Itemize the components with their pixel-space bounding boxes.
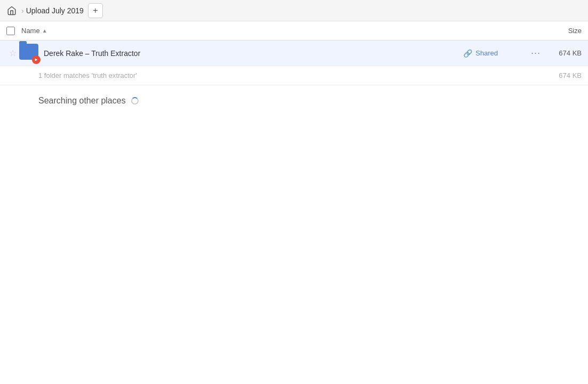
column-header: Name ▲ Size [0,21,588,41]
breadcrumb-separator: › [21,6,24,15]
star-area[interactable]: ☆ [6,48,19,58]
home-button[interactable] [4,3,19,18]
folder-icon-wrap [19,44,38,63]
file-name: Derek Rake – Truth Extractor [44,49,463,58]
matches-size: 674 KB [559,71,582,79]
folder-badge [32,55,41,64]
select-all-checkbox-area[interactable] [6,27,21,35]
file-row[interactable]: ☆ Derek Rake – Truth Extractor 🔗 Shared … [0,41,588,66]
matches-text: 1 folder matches 'truth extractor' [38,71,137,79]
searching-row: Searching other places [0,85,588,116]
more-menu-button[interactable]: ··· [527,47,544,59]
add-button[interactable]: + [88,3,103,18]
breadcrumb-title: Upload July 2019 [26,6,84,15]
matches-row: 1 folder matches 'truth extractor' 674 K… [0,66,588,85]
top-bar: › Upload July 2019 + [0,0,588,21]
select-all-checkbox[interactable] [6,27,15,35]
size-column-header: Size [539,27,582,35]
sort-arrow-icon: ▲ [42,28,47,34]
shared-area: 🔗 Shared [463,49,527,58]
loading-spinner [131,97,139,105]
file-size: 674 KB [544,49,582,57]
shared-label: Shared [476,49,498,57]
searching-text: Searching other places [38,96,126,106]
link-icon: 🔗 [463,49,472,58]
name-column-header[interactable]: Name ▲ [21,27,539,35]
star-icon[interactable]: ☆ [9,48,17,58]
